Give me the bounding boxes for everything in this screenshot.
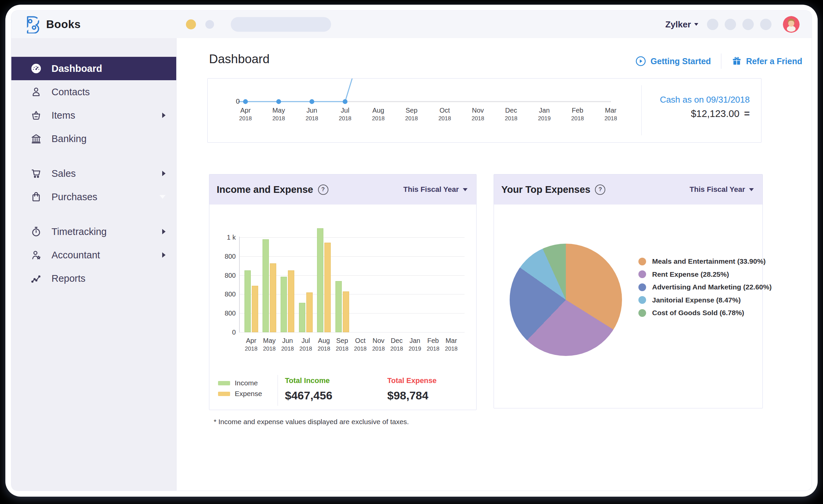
cashflow-x-label: Jan2019 bbox=[531, 107, 558, 122]
income-bar bbox=[317, 228, 323, 332]
cashflow-x-label: Dec2018 bbox=[498, 107, 524, 122]
cashflow-x-label: May2018 bbox=[265, 107, 292, 122]
sidebar-item-purchases[interactable]: Purchases bbox=[11, 185, 176, 209]
sidebar-item-reports[interactable]: Reports bbox=[11, 267, 176, 290]
pie-legend-label: Advertising And Marketing (22.60%) bbox=[652, 283, 771, 291]
cashflow-x-label: Apr2018 bbox=[232, 107, 259, 122]
books-logo-icon bbox=[24, 15, 41, 33]
sidebar: DashboardContactsItemsBankingSalesPurcha… bbox=[11, 38, 177, 491]
topbar-action-dot-3[interactable] bbox=[742, 19, 754, 30]
fiscal-year-dropdown[interactable]: This Fiscal Year bbox=[403, 185, 468, 194]
income-bar bbox=[281, 277, 287, 332]
top-expenses-header: Your Top Expenses ? This Fiscal Year bbox=[494, 174, 762, 205]
help-icon[interactable]: ? bbox=[595, 184, 605, 195]
total-expense-label: Total Expense bbox=[387, 376, 437, 385]
topbar-action-dot-1[interactable] bbox=[707, 19, 718, 30]
sidebar-item-sales[interactable]: Sales bbox=[11, 162, 176, 185]
banking-icon bbox=[30, 133, 42, 145]
cash-amount: $12,123.00= bbox=[660, 108, 750, 119]
topbar-dot[interactable] bbox=[205, 20, 214, 29]
topbar-action-dot-4[interactable] bbox=[760, 19, 771, 30]
sidebar-item-contacts[interactable]: Contacts bbox=[11, 80, 176, 104]
sidebar-item-label: Accountant bbox=[52, 250, 100, 261]
pie-legend-item: Advertising And Marketing (22.60%) bbox=[638, 283, 771, 291]
cashflow-x-label: Oct2018 bbox=[431, 107, 458, 122]
sidebar-item-label: Dashboard bbox=[52, 63, 102, 74]
y-axis-label: 800 bbox=[216, 252, 236, 260]
chevron-right-icon bbox=[162, 113, 166, 118]
income-bar bbox=[335, 281, 342, 332]
dashboard-icon bbox=[30, 62, 42, 75]
sidebar-item-timetracking[interactable]: Timetracking bbox=[11, 220, 176, 243]
org-switcher[interactable]: Zylker bbox=[665, 19, 698, 30]
app-frame: Books Zylker bbox=[11, 11, 812, 491]
user-avatar[interactable] bbox=[783, 16, 800, 33]
brand: Books bbox=[24, 11, 81, 38]
help-icon[interactable]: ? bbox=[318, 184, 328, 195]
y-axis-label: 800 bbox=[216, 290, 236, 298]
getting-started-label: Getting Started bbox=[650, 56, 711, 66]
search-bar[interactable] bbox=[231, 17, 331, 32]
sidebar-group-gap bbox=[11, 150, 176, 162]
getting-started-link[interactable]: Getting Started bbox=[635, 55, 711, 67]
refer-a-friend-link[interactable]: Refer a Friend bbox=[731, 56, 802, 67]
sidebar-item-dashboard[interactable]: Dashboard bbox=[11, 57, 176, 80]
page-header: Dashboard Getting Started bbox=[177, 38, 812, 78]
sidebar-item-label: Items bbox=[52, 110, 75, 121]
expense-bar bbox=[306, 292, 313, 332]
legend-item-expense: Expense bbox=[218, 390, 262, 398]
pie-legend-dot bbox=[638, 270, 646, 278]
chevron-down-icon bbox=[160, 195, 166, 199]
expenses-pie-chart[interactable] bbox=[510, 244, 622, 356]
sidebar-item-items[interactable]: Items bbox=[11, 104, 176, 127]
cash-as-on-link[interactable]: Cash as on 09/31/2018 bbox=[660, 95, 750, 105]
notification-dot[interactable] bbox=[186, 19, 196, 29]
pie-legend-item: Meals and Entertainment (33.90%) bbox=[638, 257, 766, 265]
income-expense-title: Income and Expense ? bbox=[217, 184, 328, 195]
gift-icon bbox=[731, 56, 742, 67]
pie-legend-label: Cost of Goods Sold (6.78%) bbox=[652, 309, 744, 317]
pie-legend-label: Janitorial Expense (8.47%) bbox=[652, 296, 741, 304]
total-income-label: Total Income bbox=[285, 376, 332, 385]
topbar-action-dot-2[interactable] bbox=[725, 19, 736, 30]
timetracking-icon bbox=[30, 226, 42, 238]
y-axis-label: 0 bbox=[216, 329, 236, 336]
contacts-icon bbox=[30, 86, 42, 98]
expense-bar bbox=[288, 270, 294, 332]
topbar: Books Zylker bbox=[11, 11, 812, 38]
pie-legend-label: Meals and Entertainment (33.90%) bbox=[652, 257, 766, 265]
expense-bar bbox=[343, 291, 349, 332]
pie-legend-item: Rent Expense (28.25%) bbox=[638, 270, 729, 278]
accountant-icon bbox=[30, 249, 42, 261]
purchases-icon bbox=[30, 191, 42, 203]
fiscal-year-dropdown[interactable]: This Fiscal Year bbox=[690, 185, 754, 194]
total-expense-value: $98,784 bbox=[387, 389, 437, 402]
refer-a-friend-label: Refer a Friend bbox=[746, 56, 802, 66]
cashflow-x-label: Feb2018 bbox=[564, 107, 591, 122]
cash-menu-icon[interactable]: = bbox=[744, 108, 750, 119]
pie-legend-dot bbox=[638, 283, 646, 291]
play-circle-icon bbox=[635, 55, 646, 67]
sidebar-item-accountant[interactable]: Accountant bbox=[11, 243, 176, 267]
chevron-down-icon bbox=[463, 188, 468, 191]
sidebar-item-banking[interactable]: Banking bbox=[11, 127, 176, 150]
pie-legend-dot bbox=[638, 296, 646, 304]
app-window: Books Zylker bbox=[5, 5, 818, 497]
top-expenses-title: Your Top Expenses ? bbox=[501, 184, 605, 195]
cash-summary: Cash as on 09/31/2018 $12,123.00= bbox=[660, 95, 750, 119]
y-axis-label: 800 bbox=[216, 271, 236, 279]
y-axis-label: 800 bbox=[216, 309, 236, 317]
cashflow-x-label: Aug2018 bbox=[365, 107, 392, 122]
chevron-right-icon bbox=[162, 229, 166, 234]
legend-label: Expense bbox=[235, 390, 262, 398]
legend-swatch bbox=[218, 392, 230, 396]
cashflow-x-label: Mar2018 bbox=[597, 107, 624, 122]
org-name: Zylker bbox=[665, 19, 691, 30]
pie-legend-item: Janitorial Expense (8.47%) bbox=[638, 296, 741, 304]
chevron-down-icon bbox=[694, 23, 698, 26]
cashflow-zero-label: 0 bbox=[221, 97, 240, 105]
expense-bar bbox=[252, 286, 258, 332]
brand-name: Books bbox=[46, 18, 81, 31]
sidebar-item-label: Sales bbox=[52, 168, 76, 179]
top-expenses-card: Your Top Expenses ? This Fiscal Year Mea… bbox=[494, 174, 763, 408]
